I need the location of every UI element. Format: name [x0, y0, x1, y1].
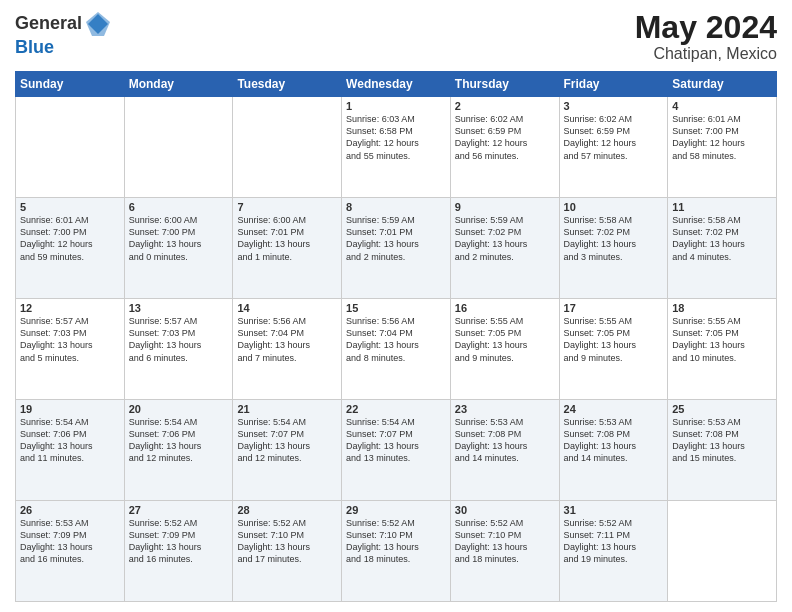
- table-row: 14Sunrise: 5:56 AMSunset: 7:04 PMDayligh…: [233, 299, 342, 400]
- calendar-row: 19Sunrise: 5:54 AMSunset: 7:06 PMDayligh…: [16, 400, 777, 501]
- day-number: 7: [237, 201, 337, 213]
- day-number: 12: [20, 302, 120, 314]
- day-number: 8: [346, 201, 446, 213]
- day-info: Sunrise: 5:54 AMSunset: 7:06 PMDaylight:…: [20, 416, 120, 465]
- table-row: 24Sunrise: 5:53 AMSunset: 7:08 PMDayligh…: [559, 400, 668, 501]
- day-info: Sunrise: 5:52 AMSunset: 7:10 PMDaylight:…: [346, 517, 446, 566]
- calendar-table: Sunday Monday Tuesday Wednesday Thursday…: [15, 71, 777, 602]
- table-row: 28Sunrise: 5:52 AMSunset: 7:10 PMDayligh…: [233, 501, 342, 602]
- table-row: 21Sunrise: 5:54 AMSunset: 7:07 PMDayligh…: [233, 400, 342, 501]
- day-number: 13: [129, 302, 229, 314]
- day-number: 24: [564, 403, 664, 415]
- logo-general: General: [15, 14, 82, 34]
- table-row: 5Sunrise: 6:01 AMSunset: 7:00 PMDaylight…: [16, 198, 125, 299]
- table-row: [668, 501, 777, 602]
- table-row: 30Sunrise: 5:52 AMSunset: 7:10 PMDayligh…: [450, 501, 559, 602]
- table-row: 10Sunrise: 5:58 AMSunset: 7:02 PMDayligh…: [559, 198, 668, 299]
- table-row: 19Sunrise: 5:54 AMSunset: 7:06 PMDayligh…: [16, 400, 125, 501]
- logo-blue: Blue: [15, 37, 54, 57]
- day-number: 4: [672, 100, 772, 112]
- table-row: 9Sunrise: 5:59 AMSunset: 7:02 PMDaylight…: [450, 198, 559, 299]
- day-info: Sunrise: 5:58 AMSunset: 7:02 PMDaylight:…: [564, 214, 664, 263]
- table-row: 29Sunrise: 5:52 AMSunset: 7:10 PMDayligh…: [342, 501, 451, 602]
- day-number: 31: [564, 504, 664, 516]
- day-info: Sunrise: 5:57 AMSunset: 7:03 PMDaylight:…: [20, 315, 120, 364]
- table-row: 3Sunrise: 6:02 AMSunset: 6:59 PMDaylight…: [559, 97, 668, 198]
- day-info: Sunrise: 5:54 AMSunset: 7:06 PMDaylight:…: [129, 416, 229, 465]
- day-info: Sunrise: 5:56 AMSunset: 7:04 PMDaylight:…: [237, 315, 337, 364]
- day-number: 14: [237, 302, 337, 314]
- day-number: 27: [129, 504, 229, 516]
- location: Chatipan, Mexico: [635, 45, 777, 63]
- day-info: Sunrise: 5:53 AMSunset: 7:08 PMDaylight:…: [564, 416, 664, 465]
- day-info: Sunrise: 6:00 AMSunset: 7:01 PMDaylight:…: [237, 214, 337, 263]
- col-sunday: Sunday: [16, 72, 125, 97]
- table-row: [124, 97, 233, 198]
- col-wednesday: Wednesday: [342, 72, 451, 97]
- day-number: 25: [672, 403, 772, 415]
- table-row: [16, 97, 125, 198]
- col-friday: Friday: [559, 72, 668, 97]
- day-info: Sunrise: 5:57 AMSunset: 7:03 PMDaylight:…: [129, 315, 229, 364]
- day-number: 30: [455, 504, 555, 516]
- day-info: Sunrise: 5:59 AMSunset: 7:02 PMDaylight:…: [455, 214, 555, 263]
- svg-marker-1: [86, 12, 110, 36]
- table-row: 16Sunrise: 5:55 AMSunset: 7:05 PMDayligh…: [450, 299, 559, 400]
- day-info: Sunrise: 6:00 AMSunset: 7:00 PMDaylight:…: [129, 214, 229, 263]
- day-info: Sunrise: 5:53 AMSunset: 7:08 PMDaylight:…: [672, 416, 772, 465]
- day-number: 6: [129, 201, 229, 213]
- day-info: Sunrise: 5:56 AMSunset: 7:04 PMDaylight:…: [346, 315, 446, 364]
- day-info: Sunrise: 5:52 AMSunset: 7:10 PMDaylight:…: [455, 517, 555, 566]
- page: General Blue May 2024 Chatipan, Mexico S…: [0, 0, 792, 612]
- day-number: 28: [237, 504, 337, 516]
- day-info: Sunrise: 6:01 AMSunset: 7:00 PMDaylight:…: [20, 214, 120, 263]
- day-number: 2: [455, 100, 555, 112]
- day-info: Sunrise: 6:03 AMSunset: 6:58 PMDaylight:…: [346, 113, 446, 162]
- table-row: 23Sunrise: 5:53 AMSunset: 7:08 PMDayligh…: [450, 400, 559, 501]
- day-number: 21: [237, 403, 337, 415]
- day-info: Sunrise: 5:58 AMSunset: 7:02 PMDaylight:…: [672, 214, 772, 263]
- table-row: [233, 97, 342, 198]
- day-number: 3: [564, 100, 664, 112]
- day-number: 20: [129, 403, 229, 415]
- calendar-row: 1Sunrise: 6:03 AMSunset: 6:58 PMDaylight…: [16, 97, 777, 198]
- day-info: Sunrise: 6:02 AMSunset: 6:59 PMDaylight:…: [455, 113, 555, 162]
- table-row: 11Sunrise: 5:58 AMSunset: 7:02 PMDayligh…: [668, 198, 777, 299]
- table-row: 26Sunrise: 5:53 AMSunset: 7:09 PMDayligh…: [16, 501, 125, 602]
- day-info: Sunrise: 6:02 AMSunset: 6:59 PMDaylight:…: [564, 113, 664, 162]
- calendar-row: 12Sunrise: 5:57 AMSunset: 7:03 PMDayligh…: [16, 299, 777, 400]
- table-row: 4Sunrise: 6:01 AMSunset: 7:00 PMDaylight…: [668, 97, 777, 198]
- table-row: 12Sunrise: 5:57 AMSunset: 7:03 PMDayligh…: [16, 299, 125, 400]
- day-info: Sunrise: 5:54 AMSunset: 7:07 PMDaylight:…: [237, 416, 337, 465]
- day-number: 15: [346, 302, 446, 314]
- calendar-header-row: Sunday Monday Tuesday Wednesday Thursday…: [16, 72, 777, 97]
- day-info: Sunrise: 5:59 AMSunset: 7:01 PMDaylight:…: [346, 214, 446, 263]
- table-row: 20Sunrise: 5:54 AMSunset: 7:06 PMDayligh…: [124, 400, 233, 501]
- calendar-row: 5Sunrise: 6:01 AMSunset: 7:00 PMDaylight…: [16, 198, 777, 299]
- table-row: 6Sunrise: 6:00 AMSunset: 7:00 PMDaylight…: [124, 198, 233, 299]
- day-number: 5: [20, 201, 120, 213]
- calendar-row: 26Sunrise: 5:53 AMSunset: 7:09 PMDayligh…: [16, 501, 777, 602]
- day-number: 16: [455, 302, 555, 314]
- table-row: 8Sunrise: 5:59 AMSunset: 7:01 PMDaylight…: [342, 198, 451, 299]
- day-number: 17: [564, 302, 664, 314]
- logo: General Blue: [15, 10, 112, 58]
- col-thursday: Thursday: [450, 72, 559, 97]
- table-row: 1Sunrise: 6:03 AMSunset: 6:58 PMDaylight…: [342, 97, 451, 198]
- table-row: 27Sunrise: 5:52 AMSunset: 7:09 PMDayligh…: [124, 501, 233, 602]
- day-number: 22: [346, 403, 446, 415]
- table-row: 7Sunrise: 6:00 AMSunset: 7:01 PMDaylight…: [233, 198, 342, 299]
- day-number: 29: [346, 504, 446, 516]
- day-number: 11: [672, 201, 772, 213]
- day-number: 10: [564, 201, 664, 213]
- day-number: 1: [346, 100, 446, 112]
- day-info: Sunrise: 5:52 AMSunset: 7:09 PMDaylight:…: [129, 517, 229, 566]
- day-number: 18: [672, 302, 772, 314]
- day-info: Sunrise: 5:52 AMSunset: 7:10 PMDaylight:…: [237, 517, 337, 566]
- day-info: Sunrise: 5:53 AMSunset: 7:09 PMDaylight:…: [20, 517, 120, 566]
- table-row: 18Sunrise: 5:55 AMSunset: 7:05 PMDayligh…: [668, 299, 777, 400]
- day-info: Sunrise: 5:55 AMSunset: 7:05 PMDaylight:…: [564, 315, 664, 364]
- col-saturday: Saturday: [668, 72, 777, 97]
- table-row: 15Sunrise: 5:56 AMSunset: 7:04 PMDayligh…: [342, 299, 451, 400]
- logo-icon: [84, 10, 112, 38]
